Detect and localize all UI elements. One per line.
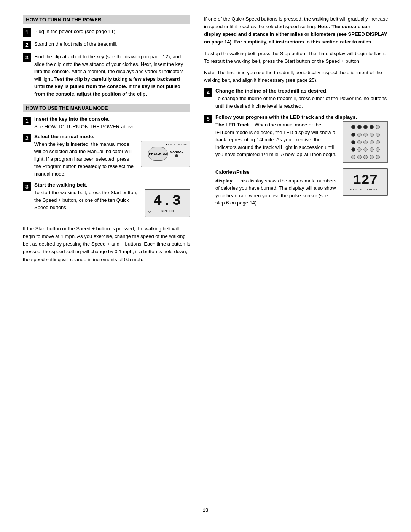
- led-track-image: [342, 121, 388, 163]
- manual-step-num-2: 2: [23, 134, 31, 142]
- cals-body: —This display shows the approximate numb…: [215, 178, 336, 206]
- calories-pulse-section: Calories/Pulse display—This display show…: [215, 168, 388, 207]
- right-step-5-content: Follow your progress with the LED track …: [215, 114, 388, 207]
- console-display: CALS. PULSE PROGRAM MANUAL: [141, 141, 190, 167]
- step-number-2: 2: [23, 41, 31, 49]
- program-button: PROGRAM: [148, 147, 168, 161]
- led-row-2: [346, 133, 384, 137]
- right-step-num-4: 4: [204, 88, 212, 97]
- manual-step-2-image: CALS. PULSE PROGRAM MANUAL: [141, 141, 190, 178]
- manual-step-2-title: Select the manual mode.: [34, 134, 190, 139]
- led-dot: [370, 147, 374, 152]
- cals-label: CALS.: [166, 143, 176, 146]
- cals-subsection-title: Calories/Pulse: [215, 168, 337, 176]
- section-header-power: HOW TO TURN ON THE POWER: [23, 15, 190, 24]
- led-dot: [376, 147, 380, 152]
- manual-step-1: 1 Insert the key into the console. See H…: [23, 116, 190, 131]
- speed-dot-left: [148, 211, 151, 213]
- cals-number: 127: [353, 174, 378, 187]
- led-dot: [351, 125, 355, 129]
- led-track-dash: —: [250, 122, 255, 128]
- two-column-layout: HOW TO TURN ON THE POWER 1 Plug in the p…: [23, 15, 388, 500]
- manual-area: MANUAL: [170, 150, 183, 157]
- cals-body-bold: display: [215, 178, 233, 184]
- speed-label: SPEED: [161, 209, 174, 213]
- manual-step-1-content: Insert the key into the console. See HOW…: [34, 116, 190, 131]
- manual-step-1-body: See HOW TO TURN ON THE POWER above.: [34, 123, 190, 131]
- step-3-text: Find the clip attached to the key (see t…: [34, 53, 190, 97]
- led-row-1: [346, 125, 384, 129]
- manual-indicator-dot: [175, 154, 178, 157]
- led-dot: [363, 155, 368, 159]
- led-dot: [370, 125, 374, 129]
- power-step-2: 2 Stand on the foot rails of the treadmi…: [23, 40, 190, 49]
- speed-display: 4.3 SPEED: [145, 189, 190, 217]
- right-step-4: 4 Change the incline of the treadmill as…: [204, 88, 388, 110]
- led-dot: [357, 147, 362, 152]
- manual-step-2-body-image: When the key is inserted, the manual mod…: [34, 141, 190, 178]
- manual-step-num-3: 3: [23, 182, 31, 191]
- led-dot: [351, 147, 355, 152]
- left-para-start: If the Start button or the Speed + butto…: [23, 225, 190, 264]
- manual-step-2: 2 Select the manual mode. When the key i…: [23, 134, 190, 179]
- led-dot: [363, 125, 368, 129]
- manual-step-num-1: 1: [23, 117, 31, 125]
- step-2-text: Stand on the foot rails of the treadmill…: [34, 40, 190, 48]
- power-step-3: 3 Find the clip attached to the key (see…: [23, 53, 190, 97]
- page-number: 13: [23, 507, 388, 513]
- led-dot: [351, 155, 355, 159]
- led-dot: [376, 155, 380, 159]
- led-row-3: [346, 140, 384, 144]
- step-3-content: Find the clip attached to the key (see t…: [34, 53, 190, 97]
- right-step-5: 5 Follow your progress with the LED trac…: [204, 114, 388, 207]
- led-dot: [363, 133, 368, 137]
- step-2-content: Stand on the foot rails of the treadmill…: [34, 40, 190, 48]
- led-dot: [351, 140, 355, 144]
- left-column: HOW TO TURN ON THE POWER 1 Plug in the p…: [23, 15, 190, 500]
- right-para-3: Note: The first time you use the treadmi…: [204, 69, 388, 84]
- led-dot: [363, 147, 368, 152]
- right-step-4-content: Change the incline of the treadmill as d…: [215, 88, 388, 110]
- led-dot: [363, 140, 368, 144]
- power-step-1: 1 Plug in the power cord (see page 11).: [23, 28, 190, 37]
- right-step-4-body: To change the incline of the treadmill, …: [215, 95, 388, 110]
- right-step-5-title: Follow your progress with the LED track …: [215, 114, 388, 120]
- step-number-3: 3: [23, 53, 31, 62]
- step-1-text: Plug in the power cord (see page 11).: [34, 28, 190, 35]
- manual-step-2-text: When the key is inserted, the manual mod…: [34, 141, 137, 178]
- pulse-label-text: PULSE ○: [367, 188, 381, 191]
- led-track-text: The LED Track—When the manual mode or th…: [215, 121, 337, 158]
- manual-step-3-text: To start the walking belt, press the Sta…: [34, 189, 141, 211]
- led-dot: [376, 140, 380, 144]
- led-dot: [357, 125, 362, 129]
- manual-text: MANUAL: [170, 150, 183, 153]
- led-row-5: [346, 155, 384, 159]
- led-dot: [376, 133, 380, 137]
- manual-step-3-content: Start the walking belt. To start the wal…: [34, 182, 190, 221]
- manual-step-1-title: Insert the key into the console.: [34, 116, 190, 122]
- led-track-section: The LED Track—When the manual mode or th…: [215, 121, 388, 163]
- led-track-title: The LED Track: [215, 122, 250, 128]
- cals-display-wrapper: 127 ● CALS. PULSE ○: [342, 168, 388, 196]
- led-dot: [370, 140, 374, 144]
- led-track-grid: [342, 121, 388, 163]
- section-header-manual: HOW TO USE THE MANUAL MODE: [23, 104, 190, 112]
- manual-step-3-title: Start the walking belt.: [34, 182, 190, 188]
- cals-display: 127 ● CALS. PULSE ○: [342, 168, 388, 196]
- cals-dot: [166, 144, 167, 145]
- led-dot: [370, 155, 374, 159]
- manual-step-3: 3 Start the walking belt. To start the w…: [23, 182, 190, 221]
- led-dot: [357, 140, 362, 144]
- manual-step-3-body-block: To start the walking belt, press the Sta…: [34, 189, 190, 217]
- cals-label-bottom: ● CALS. PULSE ○: [350, 188, 381, 191]
- led-dot: [376, 125, 380, 129]
- step-1-content: Plug in the power cord (see page 11).: [34, 28, 190, 35]
- led-dot: [370, 133, 374, 137]
- right-step-num-5: 5: [204, 115, 212, 123]
- right-step-4-title: Change the incline of the treadmill as d…: [215, 88, 388, 94]
- manual-step-2-content: Select the manual mode. When the key is …: [34, 134, 190, 179]
- pulse-label: PULSE: [178, 143, 187, 146]
- speed-display-wrapper: 4.3 SPEED: [145, 189, 190, 217]
- right-column: If one of the Quick Speed buttons is pre…: [204, 15, 388, 500]
- led-dot: [357, 133, 362, 137]
